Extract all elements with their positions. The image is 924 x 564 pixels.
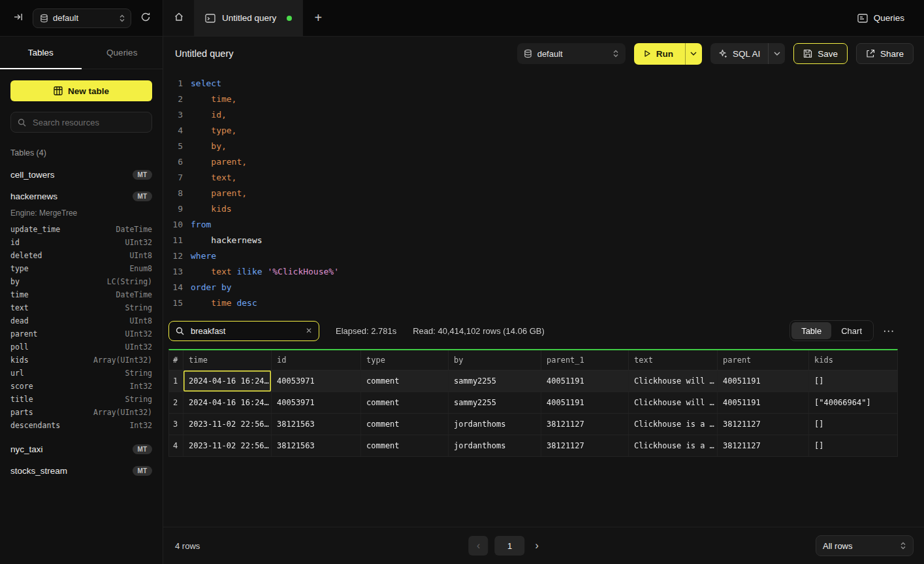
column-header[interactable]: text — [629, 350, 718, 370]
cell[interactable]: 38121127 — [718, 435, 809, 456]
cell[interactable]: comment — [361, 371, 449, 391]
search-icon — [176, 327, 184, 335]
cell[interactable]: 40051191 — [541, 392, 629, 413]
table-row: 32023-11-02 22:56…38121563commentjordant… — [169, 414, 897, 435]
cell[interactable]: Clickhouse is a … — [629, 435, 718, 456]
engine-badge: MT — [133, 170, 152, 180]
cell[interactable]: 38121127 — [541, 414, 629, 435]
column-header[interactable]: parent — [718, 350, 809, 370]
cell[interactable]: comment — [361, 392, 449, 413]
column-header[interactable]: parent_1 — [541, 350, 629, 370]
sidebar-tab-queries[interactable]: Queries — [82, 37, 163, 69]
next-page-button[interactable]: › — [532, 539, 543, 552]
tabstrip: Untitled query + — [163, 0, 333, 36]
column-header[interactable]: id — [272, 350, 361, 370]
cell[interactable]: sammy2255 — [449, 371, 541, 391]
sql-editor[interactable]: 1select2 time,3 id,4 type,5 by,6 parent,… — [163, 71, 924, 311]
rows-read: Read: 40,414,102 rows (14.06 GB) — [413, 326, 545, 336]
sql-ai-button[interactable]: SQL AI — [710, 43, 768, 64]
cell[interactable]: 40051191 — [718, 392, 809, 413]
cell[interactable]: 38121563 — [272, 414, 361, 435]
column-header[interactable]: # — [169, 350, 183, 370]
cell[interactable]: [] — [809, 371, 897, 391]
cell[interactable]: comment — [361, 435, 449, 456]
cell[interactable]: 40051191 — [718, 371, 809, 391]
cell[interactable]: 38121127 — [541, 435, 629, 456]
code-line: 14order by — [163, 280, 924, 295]
column-item: idUInt32 — [0, 236, 163, 249]
column-header[interactable]: by — [449, 350, 541, 370]
table-item-nyc-taxi[interactable]: nyc_taxi MT — [0, 439, 163, 460]
results-filter-input[interactable] — [189, 325, 299, 337]
query-icon — [205, 14, 215, 23]
save-button[interactable]: Save — [793, 43, 848, 64]
column-header[interactable]: time — [183, 350, 272, 370]
column-item: kidsArray(UInt32) — [0, 354, 163, 367]
cell[interactable]: sammy2255 — [449, 392, 541, 413]
cell[interactable]: 40053971 — [272, 371, 361, 391]
column-item: textString — [0, 301, 163, 314]
column-item: deadUInt8 — [0, 314, 163, 327]
cell[interactable]: ["40066964"] — [809, 392, 897, 413]
current-page[interactable]: 1 — [495, 536, 525, 556]
code-line: 3 id, — [163, 107, 924, 123]
new-tab-button[interactable]: + — [303, 0, 333, 36]
cell[interactable]: 2024-04-16 16:24… — [183, 392, 272, 413]
chevron-updown-icon — [900, 542, 906, 550]
tab-home[interactable] — [163, 0, 195, 36]
column-item: update_timeDateTime — [0, 223, 163, 236]
cell[interactable]: Clickhouse will … — [629, 371, 718, 391]
sidebar-search — [10, 112, 152, 133]
main-panel: Untitled query default — [163, 37, 924, 564]
new-table-button[interactable]: New table — [10, 80, 152, 101]
share-button[interactable]: Share — [856, 43, 914, 64]
cell[interactable]: Clickhouse will … — [629, 392, 718, 413]
collapse-panel-button[interactable] — [9, 9, 27, 27]
more-options-button[interactable]: ⋯ — [879, 323, 898, 339]
database-selector[interactable]: default — [33, 8, 131, 28]
query-database-selector[interactable]: default — [517, 43, 626, 64]
table-item-cell-towers[interactable]: cell_towers MT — [0, 164, 163, 186]
topbar-left: default — [0, 0, 163, 36]
cell[interactable]: 2024-04-16 16:24… — [183, 371, 272, 391]
run-label: Run — [656, 49, 673, 59]
cell[interactable]: Clickhouse is a … — [629, 414, 718, 435]
code-line: 2 time, — [163, 91, 924, 107]
cell[interactable]: 38121127 — [718, 414, 809, 435]
run-options-button[interactable] — [685, 43, 702, 65]
cell[interactable]: 40053971 — [272, 392, 361, 413]
app: default Untitled query — [0, 0, 924, 564]
tab-label: Untitled query — [222, 13, 276, 23]
tab-untitled-query[interactable]: Untitled query — [195, 0, 303, 36]
cell[interactable]: 38121563 — [272, 435, 361, 456]
sql-ai-options-button[interactable] — [768, 43, 785, 64]
code-line: 11 hackernews — [163, 233, 924, 248]
run-button[interactable]: Run — [634, 43, 685, 65]
table-item-stocks-stream[interactable]: stocks_stream MT — [0, 460, 163, 482]
cell[interactable]: [] — [809, 435, 897, 456]
cell[interactable]: comment — [361, 414, 449, 435]
prev-page-button[interactable]: ‹ — [469, 536, 488, 556]
sidebar-tab-tables[interactable]: Tables — [0, 37, 82, 69]
view-toggle-table[interactable]: Table — [791, 322, 831, 339]
cell[interactable]: jordanthoms — [449, 435, 541, 456]
query-database-value: default — [537, 49, 607, 59]
cell[interactable]: [] — [809, 414, 897, 435]
table-item-hackernews[interactable]: hackernews MT — [0, 186, 163, 207]
new-table-label: New table — [68, 86, 109, 96]
view-toggle-chart[interactable]: Chart — [831, 322, 872, 339]
clear-filter-button[interactable]: ✕ — [304, 326, 313, 335]
cell[interactable]: jordanthoms — [449, 414, 541, 435]
cell[interactable]: 2023-11-02 22:56… — [183, 435, 272, 456]
cell[interactable]: 2023-11-02 22:56… — [183, 414, 272, 435]
refresh-button[interactable] — [136, 9, 155, 27]
share-icon — [866, 49, 875, 58]
page-size-selector[interactable]: All rows — [816, 535, 914, 556]
column-header[interactable]: type — [361, 350, 449, 370]
search-resources-input[interactable] — [31, 117, 145, 128]
cell[interactable]: 40051191 — [541, 371, 629, 391]
results-table: #timeidtypebyparent_1textparentkids 1202… — [168, 349, 898, 457]
column-header[interactable]: kids — [809, 350, 897, 370]
queries-button[interactable]: Queries — [853, 12, 908, 24]
code-line: 8 parent, — [163, 186, 924, 201]
